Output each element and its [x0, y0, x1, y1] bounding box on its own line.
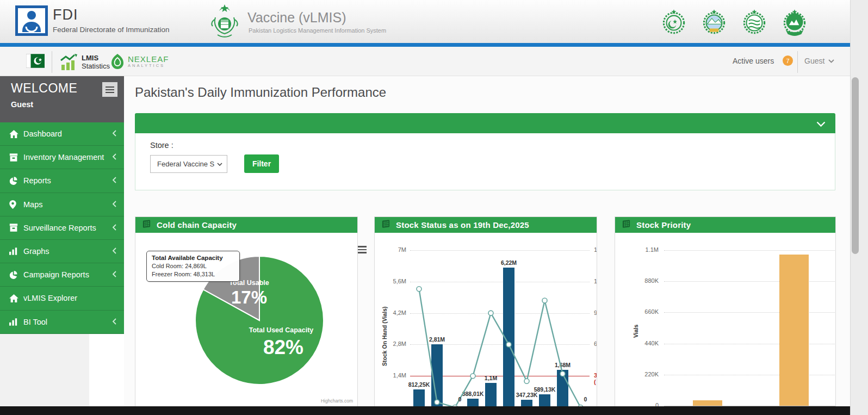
y-axis-title: Vials	[633, 325, 639, 338]
bar-value-label: 1,68M	[555, 362, 571, 368]
chevron-left-icon	[112, 176, 116, 185]
stock-priority-panel-header: Stock Priority	[615, 217, 835, 233]
chevron-left-icon	[112, 270, 116, 280]
tooltip-title: Total Available Capacity	[152, 254, 234, 262]
chevron-left-icon	[112, 152, 116, 162]
lmis-statistics-logo[interactable]: LMIS Statistics	[60, 54, 110, 70]
bar[interactable]	[503, 268, 514, 407]
user-menu[interactable]: Guest	[804, 57, 834, 65]
bottom-bar	[0, 406, 850, 415]
y-axis-tick: 660K	[615, 308, 659, 315]
stock-priority-chart: 1.1M880K660K440K220K0VialsbOPV (Routine)…	[615, 233, 835, 415]
sidebar-item-reports[interactable]: Reports	[0, 169, 124, 193]
sidebar-item-label: Surveillance Reports	[23, 224, 112, 232]
sidebar-item-dashboard[interactable]: Dashboard	[0, 122, 124, 146]
sidebar-item-label: Dashboard	[23, 129, 112, 138]
fdi-acronym: FDI	[53, 7, 78, 23]
gridline	[664, 250, 835, 251]
fdi-person-icon	[18, 8, 45, 33]
lmis-label-1: LMIS	[82, 54, 110, 62]
store-select[interactable]: Federal Vaccine S	[150, 155, 227, 173]
pie-icon	[9, 271, 23, 279]
chevron-left-icon	[112, 223, 116, 233]
gridline	[664, 375, 835, 375]
gridline	[664, 281, 835, 282]
pie-icon	[9, 177, 23, 185]
sidebar-item-label: vLMIS Explorer	[23, 294, 116, 302]
panel-building-icon	[142, 219, 151, 231]
sidebar-item-surveillance-reports[interactable]: Surveillance Reports	[0, 216, 124, 240]
page-title: Pakistan's Daily Immunization Performanc…	[135, 85, 386, 100]
lmis-label-2: Statistics	[82, 62, 110, 70]
cold-chain-panel-header: Cold chain Capacity	[135, 217, 357, 233]
sidebar-header: WELCOME Guest	[0, 76, 124, 122]
sidebar-item-vlmis-explorer[interactable]: vLMIS Explorer	[0, 287, 124, 310]
filter-button[interactable]: Filter	[244, 154, 279, 173]
active-users-label: Active users	[733, 57, 774, 65]
line-zero-label: 0	[584, 396, 587, 402]
bar[interactable]	[557, 370, 568, 407]
highcharts-credits[interactable]: Highcharts.com	[321, 398, 353, 404]
sidebar-menu: DashboardInventory ManagementReportsMaps…	[0, 122, 124, 334]
stock-status-panel-header: Stock Status as on 19th Dec,2025	[375, 217, 597, 233]
filter-collapse-bar[interactable]	[135, 113, 835, 133]
nexleaf-logo[interactable]: NEXLEAF ANALYTICS	[110, 53, 169, 70]
y-axis-tick-left: 1,4M	[375, 372, 406, 379]
stock-status-panel-title: Stock Status as on 19th Dec,2025	[396, 220, 529, 230]
pie-slice-label: Total Used Capacity	[249, 326, 314, 334]
bar[interactable]	[539, 394, 550, 407]
y-axis-title: Stock On Hand (Vials)	[381, 307, 388, 367]
store-label: Store :	[150, 141, 173, 150]
sidebar-item-label: Campaign Reports	[23, 270, 112, 279]
select-chevron-icon	[217, 163, 222, 166]
chevron-left-icon	[112, 317, 116, 327]
nexleaf-label-1: NEXLEAF	[128, 55, 169, 63]
collapse-chevron-icon[interactable]	[816, 120, 826, 129]
store-select-value: Federal Vaccine S	[157, 160, 217, 168]
active-users-badge[interactable]: 7	[783, 55, 793, 66]
toolbar-divider-2	[797, 51, 798, 73]
sidebar-item-label: Graphs	[23, 247, 112, 256]
y-axis-tick: 880K	[615, 277, 659, 284]
sidebar-username: Guest	[11, 100, 33, 109]
panel-building-icon	[381, 219, 390, 231]
nexleaf-leaf-icon	[110, 53, 125, 70]
punjab-emblem-icon	[739, 6, 770, 40]
home-icon	[9, 130, 23, 138]
sidebar-item-campaign-reports[interactable]: Campaign Reports	[0, 263, 124, 287]
pie-slice-pct: 17%	[231, 287, 267, 308]
sidebar-footer-gap	[89, 334, 124, 415]
bar-value-label: 812,25K	[408, 381, 430, 388]
sidebar-item-maps[interactable]: Maps	[0, 193, 124, 216]
bar[interactable]	[431, 344, 443, 407]
filter-panel: Store : Federal Vaccine S Filter	[135, 133, 835, 190]
scrollbar-thumb[interactable]	[852, 77, 859, 254]
chevron-left-icon	[112, 200, 116, 209]
chart-tooltip: Total Available CapacityCold Room: 24,86…	[146, 251, 240, 282]
chevron-down-icon	[828, 59, 834, 63]
cold-chain-chart: Total Usable17%Total Used Capacity82%Tot…	[135, 233, 357, 415]
fdi-logo	[15, 5, 48, 36]
fdi-full-name: Federal Directorate of Immunization	[53, 26, 170, 34]
chevron-left-icon	[112, 246, 116, 256]
balochistan-emblem-icon	[779, 6, 810, 40]
bar-chart-icon	[9, 318, 23, 326]
cold-chain-panel-title: Cold chain Capacity	[157, 220, 237, 230]
bar[interactable]	[779, 255, 809, 406]
map-pin-icon	[9, 200, 23, 209]
chevron-left-icon	[112, 129, 116, 139]
y-axis-tick: 220K	[615, 371, 659, 377]
sidebar-item-inventory-management[interactable]: Inventory Management	[0, 146, 124, 169]
sidebar-item-bi-tool[interactable]: BI Tool	[0, 311, 124, 334]
sidebar-item-graphs[interactable]: Graphs	[0, 240, 124, 263]
bar[interactable]	[485, 383, 497, 407]
sidebar-collapse-button[interactable]	[102, 82, 117, 97]
y-axis-tick-right: 12	[594, 278, 597, 284]
bar-value-label: 6,22M	[501, 259, 517, 266]
y-axis-tick-left: 4,2M	[375, 309, 406, 316]
bar[interactable]	[413, 389, 425, 408]
bar-value-label: 2,81M	[429, 336, 445, 343]
gridline	[664, 344, 835, 344]
bar[interactable]	[693, 400, 722, 406]
chart-context-menu-icon[interactable]	[358, 246, 367, 253]
